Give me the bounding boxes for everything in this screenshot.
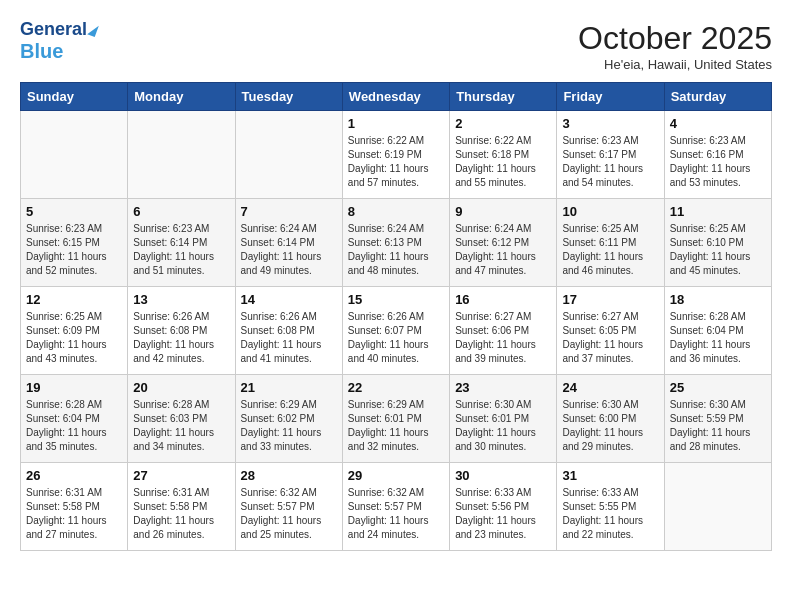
day-detail: Sunrise: 6:29 AMSunset: 6:02 PMDaylight:… (241, 398, 337, 454)
week-row-4: 19Sunrise: 6:28 AMSunset: 6:04 PMDayligh… (21, 375, 772, 463)
day-detail: Sunrise: 6:25 AMSunset: 6:11 PMDaylight:… (562, 222, 658, 278)
day-number: 2 (455, 116, 551, 131)
day-number: 11 (670, 204, 766, 219)
day-detail: Sunrise: 6:32 AMSunset: 5:57 PMDaylight:… (348, 486, 444, 542)
calendar-cell: 4Sunrise: 6:23 AMSunset: 6:16 PMDaylight… (664, 111, 771, 199)
day-detail: Sunrise: 6:28 AMSunset: 6:04 PMDaylight:… (670, 310, 766, 366)
week-row-5: 26Sunrise: 6:31 AMSunset: 5:58 PMDayligh… (21, 463, 772, 551)
day-detail: Sunrise: 6:23 AMSunset: 6:15 PMDaylight:… (26, 222, 122, 278)
calendar-cell: 21Sunrise: 6:29 AMSunset: 6:02 PMDayligh… (235, 375, 342, 463)
page-header: General Blue October 2025 He'eia, Hawaii… (20, 20, 772, 72)
header-saturday: Saturday (664, 83, 771, 111)
day-number: 25 (670, 380, 766, 395)
day-number: 23 (455, 380, 551, 395)
calendar-body: 1Sunrise: 6:22 AMSunset: 6:19 PMDaylight… (21, 111, 772, 551)
logo: General Blue (20, 20, 97, 62)
calendar-cell: 26Sunrise: 6:31 AMSunset: 5:58 PMDayligh… (21, 463, 128, 551)
calendar-cell: 1Sunrise: 6:22 AMSunset: 6:19 PMDaylight… (342, 111, 449, 199)
day-number: 4 (670, 116, 766, 131)
day-detail: Sunrise: 6:23 AMSunset: 6:14 PMDaylight:… (133, 222, 229, 278)
calendar-cell (664, 463, 771, 551)
calendar-cell: 23Sunrise: 6:30 AMSunset: 6:01 PMDayligh… (450, 375, 557, 463)
calendar-cell: 11Sunrise: 6:25 AMSunset: 6:10 PMDayligh… (664, 199, 771, 287)
calendar-cell: 27Sunrise: 6:31 AMSunset: 5:58 PMDayligh… (128, 463, 235, 551)
day-detail: Sunrise: 6:31 AMSunset: 5:58 PMDaylight:… (26, 486, 122, 542)
calendar-table: SundayMondayTuesdayWednesdayThursdayFrid… (20, 82, 772, 551)
day-number: 29 (348, 468, 444, 483)
day-number: 3 (562, 116, 658, 131)
day-detail: Sunrise: 6:25 AMSunset: 6:10 PMDaylight:… (670, 222, 766, 278)
calendar-cell: 9Sunrise: 6:24 AMSunset: 6:12 PMDaylight… (450, 199, 557, 287)
location: He'eia, Hawaii, United States (578, 57, 772, 72)
calendar-cell: 18Sunrise: 6:28 AMSunset: 6:04 PMDayligh… (664, 287, 771, 375)
day-number: 24 (562, 380, 658, 395)
logo-icon (87, 23, 99, 37)
calendar-cell: 8Sunrise: 6:24 AMSunset: 6:13 PMDaylight… (342, 199, 449, 287)
day-detail: Sunrise: 6:26 AMSunset: 6:07 PMDaylight:… (348, 310, 444, 366)
day-detail: Sunrise: 6:30 AMSunset: 6:00 PMDaylight:… (562, 398, 658, 454)
day-number: 1 (348, 116, 444, 131)
day-number: 9 (455, 204, 551, 219)
calendar-cell: 16Sunrise: 6:27 AMSunset: 6:06 PMDayligh… (450, 287, 557, 375)
calendar-cell: 29Sunrise: 6:32 AMSunset: 5:57 PMDayligh… (342, 463, 449, 551)
week-row-2: 5Sunrise: 6:23 AMSunset: 6:15 PMDaylight… (21, 199, 772, 287)
day-detail: Sunrise: 6:26 AMSunset: 6:08 PMDaylight:… (241, 310, 337, 366)
day-detail: Sunrise: 6:30 AMSunset: 5:59 PMDaylight:… (670, 398, 766, 454)
day-detail: Sunrise: 6:33 AMSunset: 5:56 PMDaylight:… (455, 486, 551, 542)
day-detail: Sunrise: 6:23 AMSunset: 6:16 PMDaylight:… (670, 134, 766, 190)
calendar-cell: 31Sunrise: 6:33 AMSunset: 5:55 PMDayligh… (557, 463, 664, 551)
day-detail: Sunrise: 6:23 AMSunset: 6:17 PMDaylight:… (562, 134, 658, 190)
week-row-3: 12Sunrise: 6:25 AMSunset: 6:09 PMDayligh… (21, 287, 772, 375)
day-number: 17 (562, 292, 658, 307)
day-number: 19 (26, 380, 122, 395)
calendar-cell: 6Sunrise: 6:23 AMSunset: 6:14 PMDaylight… (128, 199, 235, 287)
day-detail: Sunrise: 6:24 AMSunset: 6:12 PMDaylight:… (455, 222, 551, 278)
day-number: 26 (26, 468, 122, 483)
week-row-1: 1Sunrise: 6:22 AMSunset: 6:19 PMDaylight… (21, 111, 772, 199)
calendar-cell: 25Sunrise: 6:30 AMSunset: 5:59 PMDayligh… (664, 375, 771, 463)
calendar-cell: 2Sunrise: 6:22 AMSunset: 6:18 PMDaylight… (450, 111, 557, 199)
header-tuesday: Tuesday (235, 83, 342, 111)
day-detail: Sunrise: 6:28 AMSunset: 6:04 PMDaylight:… (26, 398, 122, 454)
day-detail: Sunrise: 6:22 AMSunset: 6:18 PMDaylight:… (455, 134, 551, 190)
calendar-cell: 22Sunrise: 6:29 AMSunset: 6:01 PMDayligh… (342, 375, 449, 463)
calendar-cell: 30Sunrise: 6:33 AMSunset: 5:56 PMDayligh… (450, 463, 557, 551)
day-detail: Sunrise: 6:26 AMSunset: 6:08 PMDaylight:… (133, 310, 229, 366)
calendar-cell: 17Sunrise: 6:27 AMSunset: 6:05 PMDayligh… (557, 287, 664, 375)
day-detail: Sunrise: 6:27 AMSunset: 6:05 PMDaylight:… (562, 310, 658, 366)
calendar-cell: 28Sunrise: 6:32 AMSunset: 5:57 PMDayligh… (235, 463, 342, 551)
calendar-cell: 24Sunrise: 6:30 AMSunset: 6:00 PMDayligh… (557, 375, 664, 463)
calendar-cell (21, 111, 128, 199)
day-number: 18 (670, 292, 766, 307)
day-number: 6 (133, 204, 229, 219)
calendar-header-row: SundayMondayTuesdayWednesdayThursdayFrid… (21, 83, 772, 111)
title-area: October 2025 He'eia, Hawaii, United Stat… (578, 20, 772, 72)
day-number: 7 (241, 204, 337, 219)
day-detail: Sunrise: 6:33 AMSunset: 5:55 PMDaylight:… (562, 486, 658, 542)
day-detail: Sunrise: 6:27 AMSunset: 6:06 PMDaylight:… (455, 310, 551, 366)
calendar-cell: 15Sunrise: 6:26 AMSunset: 6:07 PMDayligh… (342, 287, 449, 375)
day-number: 14 (241, 292, 337, 307)
day-detail: Sunrise: 6:30 AMSunset: 6:01 PMDaylight:… (455, 398, 551, 454)
header-friday: Friday (557, 83, 664, 111)
day-number: 31 (562, 468, 658, 483)
calendar-cell: 7Sunrise: 6:24 AMSunset: 6:14 PMDaylight… (235, 199, 342, 287)
day-number: 28 (241, 468, 337, 483)
day-number: 8 (348, 204, 444, 219)
day-detail: Sunrise: 6:32 AMSunset: 5:57 PMDaylight:… (241, 486, 337, 542)
calendar-cell: 3Sunrise: 6:23 AMSunset: 6:17 PMDaylight… (557, 111, 664, 199)
logo-blue: Blue (20, 40, 97, 62)
day-detail: Sunrise: 6:28 AMSunset: 6:03 PMDaylight:… (133, 398, 229, 454)
header-sunday: Sunday (21, 83, 128, 111)
day-number: 21 (241, 380, 337, 395)
header-thursday: Thursday (450, 83, 557, 111)
day-number: 10 (562, 204, 658, 219)
calendar-cell (128, 111, 235, 199)
calendar-cell: 20Sunrise: 6:28 AMSunset: 6:03 PMDayligh… (128, 375, 235, 463)
day-number: 16 (455, 292, 551, 307)
calendar-cell: 19Sunrise: 6:28 AMSunset: 6:04 PMDayligh… (21, 375, 128, 463)
day-detail: Sunrise: 6:25 AMSunset: 6:09 PMDaylight:… (26, 310, 122, 366)
header-monday: Monday (128, 83, 235, 111)
day-number: 27 (133, 468, 229, 483)
day-number: 13 (133, 292, 229, 307)
